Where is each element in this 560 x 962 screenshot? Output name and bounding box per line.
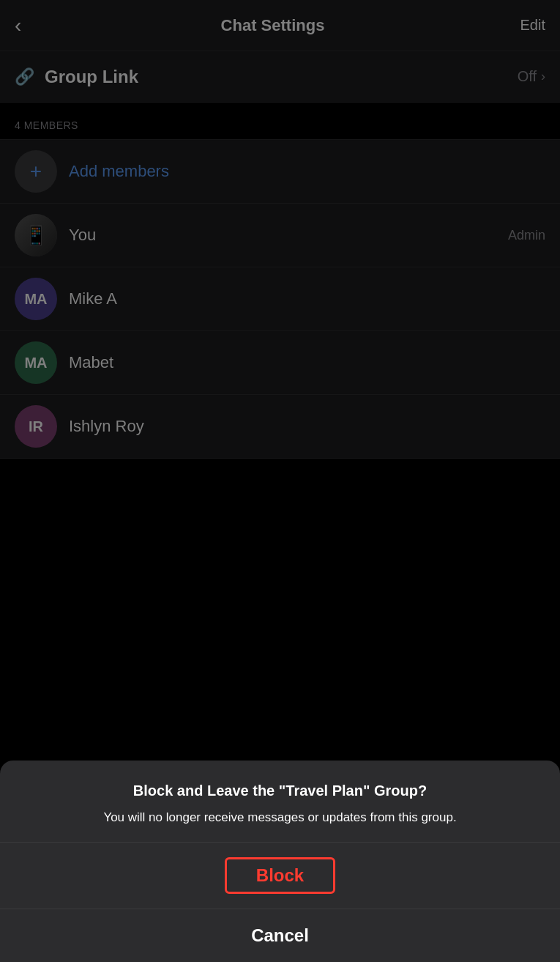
block-button-row: Block <box>0 843 560 909</box>
action-sheet: Block and Leave the "Travel Plan" Group?… <box>0 761 560 962</box>
action-sheet-description: You will no longer receive messages or u… <box>18 809 542 827</box>
action-sheet-title: Block and Leave the "Travel Plan" Group? <box>18 781 542 800</box>
action-sheet-content: Block and Leave the "Travel Plan" Group?… <box>0 761 560 843</box>
cancel-label[interactable]: Cancel <box>251 925 309 946</box>
block-button[interactable]: Block <box>225 857 335 894</box>
cancel-button-row[interactable]: Cancel <box>0 909 560 962</box>
